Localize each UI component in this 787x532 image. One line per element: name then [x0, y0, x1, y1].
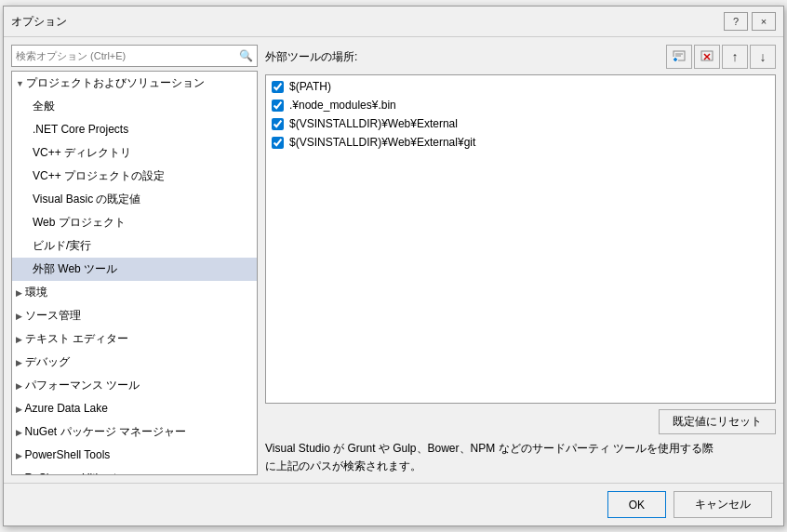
tree-item-projects-solutions[interactable]: ▼ プロジェクトおよびソリューション — [12, 72, 257, 95]
path-value: $(VSINSTALLDIR)¥Web¥External¥git — [289, 136, 475, 149]
cancel-button[interactable]: キャンセル — [674, 491, 772, 518]
tree-item-label: PowerShell Tools — [25, 448, 111, 461]
tree-item-label: デバッグ — [25, 355, 70, 368]
tree-item-icon: ▶ — [16, 451, 25, 460]
tree-item-label: ソース管理 — [25, 309, 81, 322]
tree-item-azure-data-lake[interactable]: ▶ Azure Data Lake — [12, 397, 257, 420]
tree-item-icon: ▶ — [16, 405, 25, 414]
tree-item-label: .NET Core Projects — [33, 123, 128, 136]
tree-item-label: テキスト エディター — [25, 332, 128, 345]
tree-item-nuget[interactable]: ▶ NuGet パッケージ マネージャー — [12, 420, 257, 444]
left-panel: 🔍 ▼ プロジェクトおよびソリューション全般.NET Core Projects… — [11, 45, 258, 475]
move-up-button[interactable]: ↑ — [722, 45, 748, 69]
tree-item-vb-defaults[interactable]: Visual Basic の既定値 — [12, 188, 257, 211]
tree-item-environment[interactable]: ▶ 環境 — [12, 281, 257, 304]
path-checkbox[interactable] — [272, 137, 284, 149]
ok-button[interactable]: OK — [607, 491, 666, 518]
tree-item-label: 全般 — [33, 100, 55, 113]
tree-item-icon: ▶ — [16, 428, 25, 437]
right-header: 外部ツールの場所: — [265, 49, 357, 65]
delete-tool-button[interactable] — [694, 45, 720, 69]
tree-item-perf-tools[interactable]: ▶ パフォーマンス ツール — [12, 374, 257, 397]
tree-item-label: VC++ ディレクトリ — [33, 146, 131, 159]
tree-item-label: Visual Basic の既定値 — [33, 193, 140, 206]
tree-item-icon: ▶ — [16, 335, 25, 344]
tree-item-icon: ▶ — [16, 381, 25, 391]
tree-item-text-editor[interactable]: ▶ テキスト エディター — [12, 327, 257, 351]
tree-item-powershell[interactable]: ▶ PowerShell Tools — [12, 444, 257, 467]
path-item: $(VSINSTALLDIR)¥Web¥External — [268, 114, 773, 133]
title-bar: オプション ? × — [4, 7, 783, 37]
tree-item-label: パフォーマンス ツール — [25, 379, 140, 392]
tree-item-debug[interactable]: ▶ デバッグ — [12, 351, 257, 374]
paths-container: $(PATH).¥node_modules¥.bin$(VSINSTALLDIR… — [268, 77, 773, 152]
tree-item-icon: ▼ — [16, 79, 26, 88]
add-icon — [673, 50, 686, 63]
path-value: .¥node_modules¥.bin — [289, 99, 396, 112]
move-down-button[interactable]: ↓ — [750, 45, 776, 69]
path-value: $(VSINSTALLDIR)¥Web¥External — [289, 117, 458, 130]
reset-row: 既定値にリセット — [265, 409, 776, 434]
tree-item-net-core[interactable]: .NET Core Projects — [12, 118, 257, 141]
options-dialog: オプション ? × 🔍 ▼ プロジェクトおよびソリューション全般.NET Cor… — [3, 6, 784, 526]
tree-item-vcpp-settings[interactable]: VC++ プロジェクトの設定 — [12, 165, 257, 188]
tree-item-icon: ▶ — [16, 288, 25, 298]
tree-item-icon: ▶ — [16, 474, 25, 475]
search-box: 🔍 — [11, 45, 258, 67]
path-item: $(PATH) — [268, 77, 773, 96]
tree-item-label: ReSharper Ultimate — [25, 472, 123, 475]
path-item: $(VSINSTALLDIR)¥Web¥External¥git — [268, 133, 773, 152]
tree-item-general[interactable]: 全般 — [12, 95, 257, 118]
tree-item-label: Web プロジェクト — [33, 216, 126, 229]
path-checkbox[interactable] — [272, 118, 284, 130]
dialog-footer: OK キャンセル — [4, 483, 783, 525]
help-button[interactable]: ? — [724, 12, 748, 31]
search-icon[interactable]: 🔍 — [239, 49, 253, 62]
tree-panel: ▼ プロジェクトおよびソリューション全般.NET Core ProjectsVC… — [11, 71, 258, 475]
tree-item-icon: ▶ — [16, 358, 25, 367]
paths-list: $(PATH).¥node_modules¥.bin$(VSINSTALLDIR… — [265, 74, 776, 404]
down-arrow-icon: ↓ — [760, 50, 767, 63]
right-panel: 外部ツールの場所: — [265, 45, 776, 475]
reset-button[interactable]: 既定値にリセット — [659, 409, 776, 434]
path-item: .¥node_modules¥.bin — [268, 96, 773, 114]
tree-item-label: NuGet パッケージ マネージャー — [25, 425, 186, 438]
tree-item-external-web-tools[interactable]: 外部 Web ツール — [12, 258, 257, 281]
description-text: Visual Studio が Grunt や Gulp、Bower、NPM な… — [265, 440, 776, 475]
tree-item-label: プロジェクトおよびソリューション — [26, 76, 205, 89]
path-checkbox[interactable] — [272, 100, 284, 112]
path-checkbox[interactable] — [272, 81, 284, 93]
path-value: $(PATH) — [289, 80, 331, 93]
tree-item-label: ビルド/実行 — [33, 239, 91, 252]
tree-item-label: VC++ プロジェクトの設定 — [33, 169, 165, 182]
title-bar-controls: ? × — [724, 12, 776, 31]
tree-item-resharper[interactable]: ▶ ReSharper Ultimate — [12, 467, 257, 475]
dialog-title: オプション — [11, 14, 67, 30]
tree-item-label: Azure Data Lake — [25, 402, 108, 415]
tree-item-vcpp-dir[interactable]: VC++ ディレクトリ — [12, 141, 257, 165]
tree-item-icon: ▶ — [16, 312, 25, 321]
up-arrow-icon: ↑ — [732, 50, 739, 63]
tree-item-label: 環境 — [25, 286, 47, 299]
tree-item-label: 外部 Web ツール — [33, 262, 117, 275]
tree-item-web-project[interactable]: Web プロジェクト — [12, 211, 257, 234]
search-input[interactable] — [16, 50, 239, 61]
add-tool-button[interactable] — [666, 45, 692, 69]
tree-container: ▼ プロジェクトおよびソリューション全般.NET Core ProjectsVC… — [12, 72, 257, 475]
toolbar-buttons: ↑ ↓ — [666, 45, 776, 69]
delete-icon — [700, 50, 714, 63]
toolbar-row: 外部ツールの場所: — [265, 45, 776, 69]
tree-item-build-run[interactable]: ビルド/実行 — [12, 234, 257, 258]
dialog-content: 🔍 ▼ プロジェクトおよびソリューション全般.NET Core Projects… — [4, 37, 783, 483]
tree-item-source-control[interactable]: ▶ ソース管理 — [12, 304, 257, 327]
close-button[interactable]: × — [752, 12, 776, 31]
